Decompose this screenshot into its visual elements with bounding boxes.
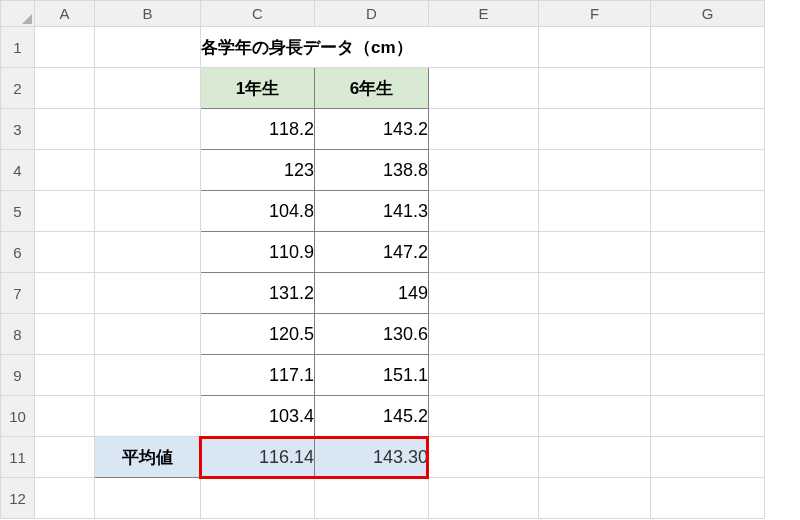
cell[interactable] [651,396,765,437]
cell[interactable] [95,109,201,150]
cell[interactable] [539,27,651,68]
cell[interactable] [651,191,765,232]
cell[interactable] [429,273,539,314]
cell[interactable] [95,355,201,396]
row-header-8[interactable]: 8 [1,314,35,355]
row-header-2[interactable]: 2 [1,68,35,109]
cell[interactable] [429,150,539,191]
avg-grade6[interactable]: 143.30 [315,437,429,478]
row-header-7[interactable]: 7 [1,273,35,314]
cell[interactable] [429,109,539,150]
cell[interactable] [315,478,429,519]
avg-label[interactable]: 平均値 [95,437,201,478]
data-cell[interactable]: 104.8 [201,191,315,232]
data-cell[interactable]: 151.1 [315,355,429,396]
data-cell[interactable]: 103.4 [201,396,315,437]
cell[interactable] [429,232,539,273]
row-header-12[interactable]: 12 [1,478,35,519]
cell[interactable] [95,396,201,437]
cell[interactable] [95,27,201,68]
data-cell[interactable]: 138.8 [315,150,429,191]
cell[interactable] [651,314,765,355]
cell[interactable] [539,68,651,109]
cell[interactable] [651,150,765,191]
cell[interactable] [651,27,765,68]
col-header-A[interactable]: A [35,1,95,27]
cell[interactable] [35,150,95,191]
cell[interactable] [651,355,765,396]
cell[interactable] [539,437,651,478]
cell[interactable] [35,109,95,150]
row-header-5[interactable]: 5 [1,191,35,232]
header-grade6[interactable]: 6年生 [315,68,429,109]
col-header-D[interactable]: D [315,1,429,27]
data-cell[interactable]: 123 [201,150,315,191]
cell[interactable] [429,191,539,232]
cell[interactable] [651,68,765,109]
col-header-B[interactable]: B [95,1,201,27]
row-header-1[interactable]: 1 [1,27,35,68]
cell[interactable] [539,355,651,396]
cell[interactable] [429,314,539,355]
row-header-9[interactable]: 9 [1,355,35,396]
cell[interactable] [35,27,95,68]
cell[interactable] [539,150,651,191]
cell[interactable] [95,478,201,519]
data-cell[interactable]: 149 [315,273,429,314]
cell[interactable] [35,478,95,519]
data-cell[interactable]: 131.2 [201,273,315,314]
cell[interactable] [95,273,201,314]
select-all-corner[interactable] [1,1,35,27]
cell[interactable] [539,109,651,150]
cell[interactable] [95,150,201,191]
header-grade1[interactable]: 1年生 [201,68,315,109]
cell[interactable] [539,478,651,519]
cell[interactable] [35,396,95,437]
col-header-F[interactable]: F [539,1,651,27]
cell[interactable] [35,191,95,232]
data-cell[interactable]: 120.5 [201,314,315,355]
cell[interactable] [35,437,95,478]
cell[interactable] [539,396,651,437]
cell[interactable] [429,355,539,396]
row-header-11[interactable]: 11 [1,437,35,478]
cell[interactable] [35,273,95,314]
cell[interactable] [429,68,539,109]
cell[interactable] [95,314,201,355]
cell[interactable] [651,437,765,478]
cell[interactable] [95,232,201,273]
cell[interactable] [539,314,651,355]
row-header-4[interactable]: 4 [1,150,35,191]
cell[interactable] [35,355,95,396]
col-header-E[interactable]: E [429,1,539,27]
data-cell[interactable]: 118.2 [201,109,315,150]
cell[interactable] [429,437,539,478]
cell[interactable] [35,232,95,273]
cell[interactable] [539,232,651,273]
data-cell[interactable]: 143.2 [315,109,429,150]
cell[interactable] [651,273,765,314]
cell[interactable] [651,232,765,273]
data-cell[interactable]: 130.6 [315,314,429,355]
data-cell[interactable]: 145.2 [315,396,429,437]
cell[interactable] [35,68,95,109]
cell[interactable] [429,478,539,519]
col-header-C[interactable]: C [201,1,315,27]
avg-grade1[interactable]: 116.14 [201,437,315,478]
cell[interactable] [651,109,765,150]
data-cell[interactable]: 117.1 [201,355,315,396]
data-cell[interactable]: 147.2 [315,232,429,273]
cell[interactable] [651,478,765,519]
cell[interactable] [539,191,651,232]
row-header-10[interactable]: 10 [1,396,35,437]
row-header-3[interactable]: 3 [1,109,35,150]
col-header-G[interactable]: G [651,1,765,27]
data-cell[interactable]: 141.3 [315,191,429,232]
cell[interactable] [35,314,95,355]
cell[interactable] [95,191,201,232]
row-header-6[interactable]: 6 [1,232,35,273]
data-cell[interactable]: 110.9 [201,232,315,273]
spreadsheet-grid[interactable]: A B C D E F G 1 各学年の身長データ（cm） 2 1年生 6年生 [0,0,765,519]
cell[interactable] [429,396,539,437]
cell[interactable] [95,68,201,109]
